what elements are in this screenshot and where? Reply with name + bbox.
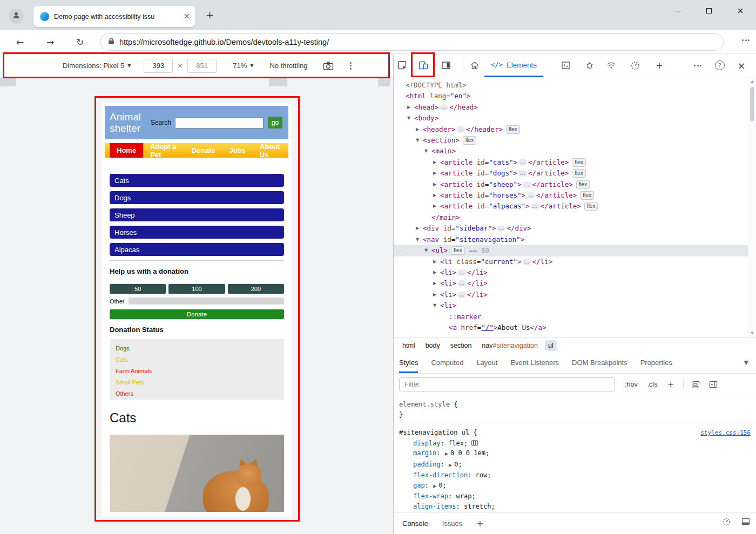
performance-icon[interactable]	[629, 59, 642, 72]
inline-expand-icon[interactable]: …	[440, 104, 448, 111]
toggle-class-editor[interactable]: .cls	[647, 381, 658, 388]
dom-tree-row[interactable]: ▶<header>…</header>flex	[394, 124, 748, 135]
dom-tree-row[interactable]: ▶<head>…</head>	[394, 102, 748, 113]
back-button[interactable]: ←	[13, 35, 27, 49]
new-style-rule-icon[interactable]: +	[667, 379, 674, 389]
drawer-tab-console[interactable]: Console	[402, 519, 428, 528]
tab-close-icon[interactable]: ×	[183, 12, 190, 21]
device-toolbar-menu-icon[interactable]	[346, 62, 356, 70]
other-amount-input[interactable]	[129, 298, 284, 305]
animal-button-cats[interactable]: Cats	[110, 174, 284, 187]
status-link-others[interactable]: Others	[116, 390, 278, 397]
animal-button-horses[interactable]: Horses	[110, 226, 284, 239]
inline-expand-icon[interactable]: …	[456, 126, 465, 133]
dom-tree-row[interactable]: …▼<ul>flex == $0	[394, 245, 748, 256]
animal-button-dogs[interactable]: Dogs	[110, 191, 284, 204]
dom-tree-row[interactable]: ▶<article id="cats">…</article>flex	[394, 157, 748, 168]
browser-menu-icon[interactable]	[742, 39, 750, 41]
css-property-flex-wrap[interactable]: flex-wrap: wrap;	[399, 491, 751, 502]
scroll-down-icon[interactable]: ▼	[748, 329, 756, 337]
collapse-arrow-icon[interactable]: ▼	[416, 135, 419, 146]
stylesheet-link[interactable]: styles.css:156	[700, 428, 751, 438]
flex-badge[interactable]: flex	[506, 125, 520, 134]
console-panel-icon[interactable]	[559, 59, 572, 72]
breadcrumb-item-nav[interactable]: nav#sitenavigation	[478, 340, 541, 351]
dom-tree-row[interactable]: ▼<nav id="sitenavigation">	[394, 234, 748, 245]
breadcrumb-item-ul[interactable]: ul	[545, 340, 557, 351]
nav-item-jobs[interactable]: Jobs	[222, 143, 252, 158]
donation-amount-button[interactable]: 200	[228, 284, 284, 294]
expand-arrow-icon[interactable]: ▶	[416, 223, 419, 234]
inline-expand-icon[interactable]: …	[457, 280, 466, 287]
nav-item-donate[interactable]: Donate	[184, 143, 222, 158]
status-link-dogs[interactable]: Dogs	[116, 345, 278, 352]
flex-badge[interactable]: flex	[584, 202, 598, 211]
debug-bug-icon[interactable]	[583, 59, 596, 72]
expand-arrow-icon[interactable]: ▶	[449, 463, 452, 468]
tab-elements[interactable]: </> Elements	[484, 54, 543, 77]
home-icon[interactable]	[468, 59, 481, 72]
window-maximize-button[interactable]	[693, 0, 725, 22]
dom-tree-row[interactable]: ▼<body>	[394, 113, 748, 124]
breadcrumb-item-body[interactable]: body	[422, 340, 443, 351]
refresh-button[interactable]: ↻	[73, 35, 87, 49]
status-link-cats[interactable]: Cats	[116, 356, 278, 363]
address-bar[interactable]: https://microsoftedge.github.io/Demos/de…	[100, 33, 724, 51]
network-icon[interactable]	[605, 59, 618, 72]
toggle-computed-pane-icon[interactable]	[708, 380, 718, 389]
flex-badge[interactable]: flex	[572, 158, 586, 167]
expand-arrow-icon[interactable]: ▶	[416, 124, 419, 135]
scroll-up-icon[interactable]: ▲	[748, 77, 756, 86]
animal-button-alpacas[interactable]: Alpacas	[110, 243, 284, 256]
new-tab-button[interactable]: +	[206, 9, 214, 21]
device-emulation-icon[interactable]	[417, 59, 430, 72]
toggle-hover-state[interactable]: :hov	[625, 381, 638, 388]
expand-arrow-icon[interactable]: ▶	[433, 157, 436, 168]
dom-tree-row[interactable]: <a href="/">About Us</a>	[394, 322, 748, 333]
throttling-select[interactable]: No throttling	[269, 62, 307, 70]
expand-arrow-icon[interactable]: ▶	[445, 451, 448, 456]
flex-badge[interactable]: flex	[580, 191, 594, 200]
dom-tree-row[interactable]: ▶<article id="sheep">…</article>flex	[394, 179, 748, 190]
nav-item-about-us[interactable]: About Us	[253, 143, 288, 158]
css-property-margin[interactable]: margin: ▶0 0 0 1em;	[399, 448, 751, 459]
breadcrumb-item-html[interactable]: html	[399, 340, 418, 351]
zoom-select[interactable]: 71% ▼	[233, 62, 253, 70]
collapse-arrow-icon[interactable]: ▼	[416, 234, 419, 245]
css-property-gap[interactable]: gap: ▶0;	[399, 481, 751, 492]
css-overview-icon[interactable]	[691, 380, 701, 389]
element-style-rule[interactable]: element.style {	[399, 400, 751, 410]
dom-tree-row[interactable]: ::marker	[394, 312, 748, 322]
status-link-small-pets[interactable]: Small Pets	[116, 379, 278, 386]
collapse-arrow-icon[interactable]: ▼	[407, 113, 410, 124]
flex-badge[interactable]: flex	[572, 169, 586, 178]
inline-expand-icon[interactable]: …	[518, 159, 527, 166]
scrollbar-thumb[interactable]	[750, 87, 754, 121]
browser-tab[interactable]: Demo page with accessibility issu ×	[33, 6, 195, 27]
device-width-input[interactable]	[144, 59, 173, 73]
expand-arrow-icon[interactable]: ▶	[433, 256, 436, 267]
dom-tree-row[interactable]: ▼<main>	[394, 146, 748, 157]
breadcrumb-item-section[interactable]: section	[447, 340, 475, 351]
tabs-overflow-chevron-icon[interactable]: ▼	[744, 359, 748, 366]
styles-tab-layout[interactable]: Layout	[476, 353, 497, 373]
dom-tree-row[interactable]: ▶<article id="horses">…</article>flex	[394, 190, 748, 201]
dom-tree-row[interactable]: ▶<article id="alpacas">…</article>flex	[394, 201, 748, 212]
styles-tab-styles[interactable]: Styles	[399, 353, 418, 373]
dom-tree-row[interactable]: ▶<li>…</li>	[394, 267, 748, 278]
collapse-arrow-icon[interactable]: ▼	[424, 146, 428, 157]
device-height-input[interactable]	[187, 59, 217, 73]
expand-arrow-icon[interactable]: ▶	[433, 289, 436, 300]
expand-arrow-icon[interactable]: ▶	[407, 102, 410, 113]
status-link-farm-animals[interactable]: Farm Animals	[116, 368, 278, 374]
css-property-align-items[interactable]: align-items: stretch;	[399, 502, 751, 512]
css-property-flex-direction[interactable]: flex-direction: row;	[399, 470, 751, 481]
more-tabs-icon[interactable]: +	[653, 59, 666, 72]
dom-tree-scrollbar[interactable]: ▲ ▼	[748, 77, 756, 337]
inspect-element-icon[interactable]	[396, 59, 409, 72]
styles-tab-properties[interactable]: Properties	[640, 353, 672, 373]
expand-arrow-icon[interactable]: ▶	[433, 168, 436, 179]
inline-expand-icon[interactable]: …	[457, 269, 466, 276]
inline-expand-icon[interactable]: …	[531, 203, 539, 209]
styles-tab-computed[interactable]: Computed	[431, 353, 463, 373]
